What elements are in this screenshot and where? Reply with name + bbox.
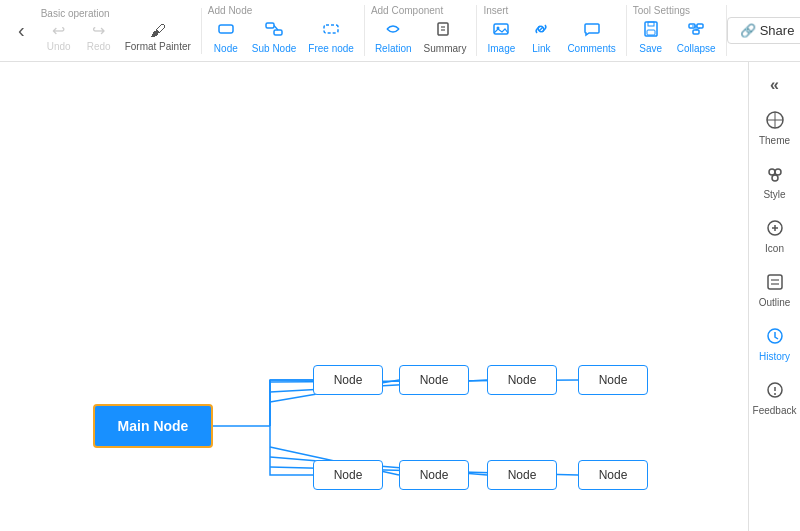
- save-icon: [642, 20, 660, 41]
- share-button[interactable]: 🔗 Share: [727, 17, 800, 44]
- top-node-4[interactable]: Node: [578, 365, 648, 395]
- svg-rect-14: [697, 24, 703, 28]
- redo-button[interactable]: ↪ Redo: [81, 21, 117, 54]
- collapse-button[interactable]: Collapse: [673, 18, 720, 56]
- undo-icon: ↩: [52, 23, 65, 39]
- svg-rect-8: [494, 24, 508, 34]
- main-area: Main Node Node Node Node Node Node Node …: [0, 62, 800, 531]
- canvas[interactable]: Main Node Node Node Node Node Node Node …: [0, 62, 748, 531]
- collapse-sidebar-icon: «: [770, 76, 779, 93]
- tool-settings-group: Tool Settings Save Collapse: [627, 5, 727, 56]
- free-node-icon: [322, 20, 340, 41]
- top-node-2-label: Node: [420, 373, 449, 387]
- action-buttons: 🔗 Share 📤 Export: [727, 17, 800, 44]
- format-painter-icon: 🖌: [150, 23, 166, 39]
- svg-point-26: [772, 175, 778, 181]
- link-icon: [532, 20, 550, 41]
- svg-point-33: [774, 393, 776, 395]
- basic-operation-group: Basic operation ↩ Undo ↪ Redo 🖌 Format P…: [35, 8, 202, 54]
- summary-icon: [436, 20, 454, 41]
- add-component-group: Add Component Relation Summary: [365, 5, 478, 56]
- free-node-button[interactable]: Free node: [304, 18, 358, 56]
- history-label: History: [759, 351, 790, 362]
- sidebar-item-outline[interactable]: Outline: [749, 264, 800, 316]
- top-node-1[interactable]: Node: [313, 365, 383, 395]
- add-component-label: Add Component: [371, 5, 443, 16]
- sub-node-button[interactable]: Sub Node: [248, 18, 300, 56]
- theme-label: Theme: [759, 135, 790, 146]
- feedback-icon: [765, 380, 785, 403]
- bottom-node-1-label: Node: [334, 468, 363, 482]
- bottom-node-2[interactable]: Node: [399, 460, 469, 490]
- theme-icon: [765, 110, 785, 133]
- insert-group: Insert Image Link Comments: [477, 5, 626, 56]
- image-icon: [492, 20, 510, 41]
- svg-point-24: [769, 169, 775, 175]
- tool-settings-label: Tool Settings: [633, 5, 690, 16]
- svg-rect-4: [324, 25, 338, 33]
- add-node-group: Add Node Node Sub Node Free node: [202, 5, 365, 56]
- svg-rect-1: [266, 23, 274, 28]
- history-icon: [765, 326, 785, 349]
- save-button[interactable]: Save: [633, 18, 669, 56]
- main-node-label: Main Node: [118, 418, 189, 434]
- redo-icon: ↪: [92, 23, 105, 39]
- top-node-1-label: Node: [334, 373, 363, 387]
- format-painter-button[interactable]: 🖌 Format Painter: [121, 21, 195, 54]
- comments-icon: [583, 20, 601, 41]
- icon-label: Icon: [765, 243, 784, 254]
- bottom-node-3-label: Node: [508, 468, 537, 482]
- share-label: Share: [760, 23, 795, 38]
- icon-icon: [765, 218, 785, 241]
- bottom-node-4-label: Node: [599, 468, 628, 482]
- undo-button[interactable]: ↩ Undo: [41, 21, 77, 54]
- sidebar-collapse-button[interactable]: «: [764, 70, 785, 100]
- sidebar-item-history[interactable]: History: [749, 318, 800, 370]
- insert-label: Insert: [483, 5, 508, 16]
- sub-node-icon: [265, 20, 283, 41]
- top-node-3-label: Node: [508, 373, 537, 387]
- bottom-node-1[interactable]: Node: [313, 460, 383, 490]
- basic-op-label: Basic operation: [41, 8, 110, 19]
- node-button[interactable]: Node: [208, 18, 244, 56]
- style-icon: [765, 164, 785, 187]
- top-node-2[interactable]: Node: [399, 365, 469, 395]
- relation-icon: [384, 20, 402, 41]
- share-icon: 🔗: [740, 23, 756, 38]
- collapse-icon: [687, 20, 705, 41]
- main-node[interactable]: Main Node: [93, 404, 213, 448]
- comments-button[interactable]: Comments: [563, 18, 619, 56]
- svg-rect-15: [693, 30, 699, 34]
- style-label: Style: [763, 189, 785, 200]
- outline-icon: [765, 272, 785, 295]
- image-button[interactable]: Image: [483, 18, 519, 56]
- relation-button[interactable]: Relation: [371, 18, 416, 56]
- toolbar: ‹ Basic operation ↩ Undo ↪ Redo 🖌 Format…: [0, 0, 800, 62]
- sidebar-item-theme[interactable]: Theme: [749, 102, 800, 154]
- svg-rect-28: [768, 275, 782, 289]
- sidebar-item-style[interactable]: Style: [749, 156, 800, 208]
- top-node-3[interactable]: Node: [487, 365, 557, 395]
- bottom-node-4[interactable]: Node: [578, 460, 648, 490]
- bottom-node-3[interactable]: Node: [487, 460, 557, 490]
- svg-point-25: [775, 169, 781, 175]
- top-node-4-label: Node: [599, 373, 628, 387]
- svg-rect-5: [438, 23, 448, 35]
- link-button[interactable]: Link: [523, 18, 559, 56]
- svg-rect-2: [274, 30, 282, 35]
- sidebar-item-icon[interactable]: Icon: [749, 210, 800, 262]
- sidebar-item-feedback[interactable]: Feedback: [749, 372, 800, 424]
- summary-button[interactable]: Summary: [420, 18, 471, 56]
- node-icon: [217, 20, 235, 41]
- outline-label: Outline: [759, 297, 791, 308]
- back-button[interactable]: ‹: [8, 19, 35, 42]
- add-node-label: Add Node: [208, 5, 252, 16]
- sidebar: « Theme Style Icon Outline: [748, 62, 800, 531]
- svg-rect-0: [219, 25, 233, 33]
- feedback-label: Feedback: [753, 405, 797, 416]
- bottom-node-2-label: Node: [420, 468, 449, 482]
- svg-rect-12: [647, 30, 655, 35]
